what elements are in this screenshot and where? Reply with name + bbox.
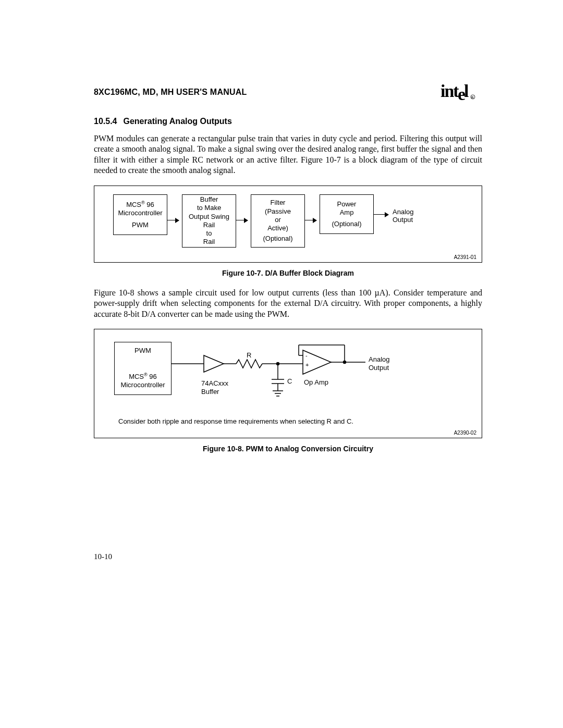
- section-number: 10.5.4: [94, 117, 117, 126]
- paragraph-1: PWM modules can generate a rectangular p…: [94, 133, 482, 176]
- label-C: C: [287, 377, 292, 386]
- circuit-diagram-icon: [94, 329, 480, 418]
- label-opamp: Op Amp: [304, 378, 328, 387]
- page-header: 8XC196MC, MD, MH USER'S MANUAL int l e R: [94, 83, 482, 101]
- block-buffer: Buffer to Make Output Swing Rail to Rail: [182, 194, 236, 248]
- figure-code: A2391-01: [454, 254, 476, 260]
- svg-marker-6: [204, 355, 224, 372]
- svg-text:e: e: [458, 84, 466, 101]
- label-buffer: 74ACxxx Buffer: [201, 379, 228, 396]
- section-heading: 10.5.4Generating Analog Outputs: [94, 117, 482, 126]
- figure-10-8: PWM MCS® 96 Microcontroller: [94, 329, 482, 438]
- opamp-minus-icon: -: [305, 352, 308, 359]
- block-filter: Filter (Passive or Active) (Optional): [251, 194, 305, 248]
- label-R: R: [247, 351, 251, 360]
- figure-10-7-caption: Figure 10-7. D/A Buffer Block Diagram: [94, 269, 482, 277]
- section-title: Generating Analog Outputs: [123, 117, 231, 126]
- figure-10-7: MCS® 96 Microcontroller PWM Buffer to Ma…: [94, 186, 482, 263]
- block-microcontroller: MCS® 96 Microcontroller PWM: [113, 194, 167, 235]
- figure-note: Consider both ripple and response time r…: [118, 417, 353, 425]
- opamp-plus-icon: +: [305, 362, 309, 368]
- arrow-icon: [236, 220, 248, 221]
- figure-10-8-caption: Figure 10-8. PWM to Analog Conversion Ci…: [94, 445, 482, 453]
- arrow-icon: [305, 220, 316, 221]
- svg-text:l: l: [464, 83, 469, 101]
- header-title: 8XC196MC, MD, MH USER'S MANUAL: [94, 88, 247, 97]
- arrow-icon: [374, 214, 388, 215]
- label-analog-output: Analog Output: [393, 208, 413, 224]
- intel-logo-icon: int l e R: [440, 83, 482, 101]
- page: 8XC196MC, MD, MH USER'S MANUAL int l e R…: [0, 0, 563, 728]
- page-number: 10-10: [94, 552, 112, 561]
- svg-text:int: int: [440, 83, 459, 101]
- arrow-icon: [167, 220, 179, 221]
- figure-code-2: A2390-02: [454, 430, 476, 436]
- block-power-amp: Power Amp (Optional): [320, 194, 374, 234]
- label-analog-output-2: Analog Output: [369, 355, 389, 372]
- paragraph-2: Figure 10-8 shows a sample circuit used …: [94, 288, 482, 319]
- svg-text:R: R: [471, 96, 474, 99]
